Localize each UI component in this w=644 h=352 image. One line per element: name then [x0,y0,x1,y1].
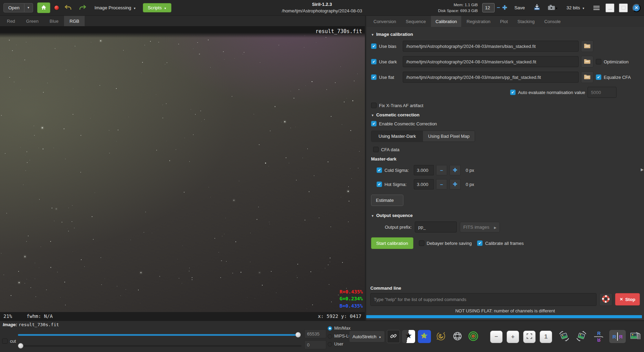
enable-cosmetic-checkbox[interactable] [371,121,377,126]
hot-sigma-decrement-button[interactable]: − [436,179,447,189]
bit-depth-dropdown[interactable]: 32 bits [564,3,588,12]
redo-button[interactable] [77,3,88,13]
tab-green[interactable]: Green [21,16,44,26]
zoom-out-button[interactable]: − [490,331,503,343]
slider-track[interactable] [18,345,302,347]
pane-expander-arrow[interactable]: ▶ [641,167,644,172]
use-flat-checkbox[interactable] [371,74,377,80]
chain-link-icon [390,333,397,341]
open-button[interactable]: Open [3,3,24,12]
snapshot-button[interactable] [546,3,559,13]
home-button[interactable] [37,2,50,13]
tab-console[interactable]: Console [540,16,565,27]
equalize-cfa-checkbox[interactable] [596,74,601,80]
cold-sigma-input[interactable] [414,165,434,175]
cold-sigma-checkbox[interactable] [377,167,382,173]
low-level-value[interactable]: 0 [304,340,326,349]
save-as-button[interactable] [532,2,542,13]
rotate-cw-button[interactable] [573,330,589,343]
dark-browse-button[interactable] [581,56,593,68]
fix-xtrans-checkbox[interactable] [371,103,377,108]
debayer-checkbox[interactable] [419,240,424,246]
save-button[interactable]: Save [511,3,527,12]
cold-sigma-decrement-button[interactable]: − [436,165,447,175]
zoom-in-button[interactable]: + [507,331,519,343]
celestial-grid-button[interactable] [451,330,464,343]
bias-path-input[interactable] [403,41,579,52]
estimate-button[interactable]: Estimate [371,195,403,206]
output-format-dropdown[interactable]: FITS images [460,222,500,232]
cut-checkbox[interactable] [2,339,8,344]
slider-handle[interactable] [18,343,23,349]
tab-red[interactable]: Red [1,16,21,26]
link-channels-button[interactable] [387,330,400,343]
minimize-button[interactable] [605,3,614,12]
auto-eval-checkbox[interactable] [510,90,516,95]
use-bias-checkbox[interactable] [371,43,377,49]
scripts-menu[interactable]: Scripts [143,3,171,12]
photometry-star-button[interactable] [418,330,431,343]
image-canvas[interactable]: result_730s.fit R=0.435% G=0.234% B=0.43… [0,26,365,312]
calibrate-all-checkbox[interactable] [477,240,483,246]
high-level-slider[interactable] [18,332,302,338]
tab-registration[interactable]: Registration [462,16,495,27]
optimization-checkbox[interactable] [596,59,601,64]
tab-blue[interactable]: Blue [44,16,64,26]
tab-conversion[interactable]: Conversion [369,16,401,27]
cold-sigma-increment-button[interactable]: ✚ [450,165,461,175]
stop-button[interactable]: ✕ Stop [615,293,640,306]
cold-sigma-label: Cold Sigma: [384,168,411,173]
hot-sigma-increment-button[interactable]: ✚ [450,179,461,189]
tab-rgb[interactable]: RGB [64,16,85,26]
annotations-button[interactable] [434,330,447,343]
flat-browse-button[interactable] [581,71,593,83]
mips-radio[interactable] [328,334,332,339]
output-prefix-input[interactable] [415,221,457,232]
low-level-slider[interactable] [18,343,302,349]
high-level-value[interactable]: 65535 [304,329,326,338]
maximize-button[interactable] [619,3,628,12]
center-target-button[interactable] [467,330,480,343]
dark-path-input[interactable] [403,56,579,67]
normalisation-value-input[interactable] [588,87,616,98]
flat-path-input[interactable] [403,72,579,83]
using-bad-pixel-map-button[interactable]: Using Bad Pixel Map [423,131,475,142]
command-input[interactable] [370,293,597,306]
negative-view-button[interactable] [402,330,415,343]
section-output-sequence[interactable]: Output sequence [371,213,639,218]
hot-sigma-checkbox[interactable] [377,182,382,187]
minmax-radio[interactable] [328,326,332,331]
flip-horizontal-button[interactable]: RR [609,330,626,343]
using-master-dark-button[interactable]: Using Master-Dark [371,131,423,142]
image-processing-menu[interactable]: Image Processing [92,3,139,12]
start-calibration-button[interactable]: Start calibration [371,237,413,249]
command-help-button[interactable] [599,293,612,306]
slider-handle[interactable] [295,332,301,338]
title-bar: Open Image Processing [0,0,644,16]
record-indicator-icon[interactable] [54,6,59,10]
undo-button[interactable] [63,3,73,13]
tab-stacking[interactable]: Stacking [513,16,539,27]
hot-sigma-input[interactable] [414,179,434,189]
tab-calibration[interactable]: Calibration [431,16,461,27]
one-to-one-button[interactable]: 1 [540,331,552,343]
use-dark-checkbox[interactable] [371,59,377,64]
threads-decrement-button[interactable]: − [497,4,500,11]
bias-browse-button[interactable] [581,40,593,52]
rotate-ccw-button[interactable] [556,330,572,343]
threads-increment-button[interactable]: ✚ [502,4,507,11]
section-image-calibration[interactable]: Image calibration [371,32,639,37]
cfa-data-checkbox[interactable] [373,147,379,152]
user-radio[interactable] [328,342,332,346]
section-cosmetic-correction[interactable]: Cosmetic correction [371,112,639,117]
open-dropdown-arrow[interactable] [24,3,33,12]
flip-vertical-button[interactable]: RR [591,330,607,343]
fit-to-view-button[interactable] [523,331,536,343]
hamburger-menu-button[interactable] [592,4,601,11]
close-button[interactable]: ✕ [632,4,641,12]
tab-sequence[interactable]: Sequence [401,16,431,27]
threads-input[interactable] [482,3,495,12]
tab-plot[interactable]: Plot [496,16,512,27]
sequence-frames-button[interactable] [628,330,643,343]
stretch-mode-dropdown[interactable]: AutoStretch [349,331,385,342]
